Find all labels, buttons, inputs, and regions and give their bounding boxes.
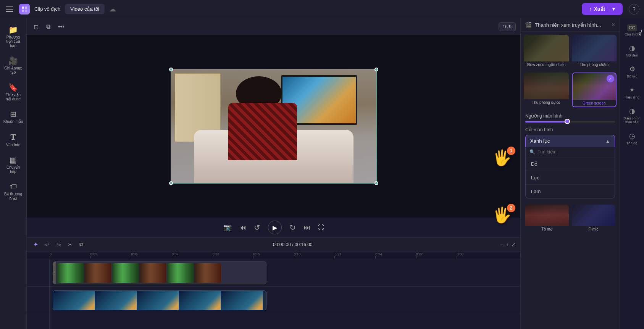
speed-icon: ◷ (629, 132, 635, 140)
slider-thumb[interactable] (565, 119, 570, 124)
play-button[interactable]: ▶ (268, 221, 282, 234)
effect-random-zoom[interactable]: Thu phóng sự cố (524, 73, 569, 107)
topbar-left: Clip vô địch Video của tôi ☁ (5, 4, 582, 15)
far-right-speed[interactable]: ◷ Tốc độ (621, 129, 643, 148)
dropdown-item-luc[interactable]: Lục (526, 171, 615, 185)
crop-button[interactable]: ⊡ (31, 22, 41, 32)
main-layout: 📁 Phương tiện của bạn 🎥 Ghi &amp; tạo 🔖 … (0, 18, 644, 329)
effect-filmic[interactable]: Filmic (572, 205, 615, 232)
active-tab[interactable]: Video của tôi (65, 4, 105, 14)
dropdown-chevron-up: ▲ (605, 139, 610, 144)
far-right-color[interactable]: ◑ Điều chỉnh màu sắc (621, 104, 643, 127)
resize-handle-tl[interactable] (169, 68, 173, 71)
cut-button[interactable]: ✂ (66, 240, 74, 249)
threshold-section: Ngưỡng màn hình Cột màn hình Xanh lục ▲ … (521, 110, 620, 202)
sidebar-item-media[interactable]: 📁 Phương tiện của bạn (2, 23, 25, 51)
resize-handle-bl[interactable] (169, 181, 173, 185)
svg-rect-0 (22, 6, 24, 9)
color-icon: ◑ (629, 107, 635, 115)
sidebar-item-template[interactable]: ⊞ Khuôn mẫu (2, 107, 25, 127)
fullscreen-button[interactable]: ⛶ (318, 224, 324, 231)
copy-button[interactable]: ⧉ (77, 240, 85, 249)
panel-close-button[interactable]: × (612, 21, 615, 28)
resize-handle-tr[interactable] (374, 68, 378, 71)
effect-label-random-zoom: Thu phóng sự cố (524, 99, 569, 106)
ruler-mark-2: 0:06 (131, 252, 172, 258)
dropdown-item-do[interactable]: Đỏ (526, 157, 615, 171)
more-options-button[interactable]: ••• (56, 22, 67, 32)
tomo-label: Tô mờ (525, 226, 569, 232)
magic-tool-button[interactable]: ✦ (31, 240, 40, 249)
timeline-time-display: 00:00.00 / 00:16.00 (273, 242, 312, 247)
zoom-out-button[interactable]: − (500, 242, 504, 248)
panel-header: 🎬 Thanh niên xem truyền hình... × (521, 18, 620, 32)
video-frame (171, 69, 377, 184)
skip-start-button[interactable]: ⏮ (239, 224, 246, 232)
template-icon: ⊞ (10, 110, 16, 118)
track-content: ⋮ (50, 259, 520, 329)
undo-button[interactable]: ↩ (43, 240, 52, 249)
far-right-filter[interactable]: ⚙ Bộ lọc (621, 62, 643, 81)
effect-slow-zoom-random[interactable]: Slow zoom ngẫu nhiên (524, 35, 569, 68)
effects-grid-top: Slow zoom ngẫu nhiên Thu phóng chậm (521, 32, 620, 71)
bottom-effects-grid: Tô mờ Filmic (521, 202, 620, 235)
sidebar-item-record[interactable]: 🎥 Ghi &amp; tạo (2, 54, 25, 77)
svg-rect-2 (22, 10, 24, 12)
app-logo (19, 4, 30, 15)
second-clip-thumb-4 (179, 291, 221, 310)
second-clip-thumb-3 (137, 291, 179, 310)
video-clip-2[interactable] (53, 290, 266, 310)
menu-button[interactable] (5, 5, 15, 13)
filmic-label: Filmic (572, 226, 615, 232)
color-dropdown[interactable]: Xanh lục ▲ (525, 135, 615, 147)
ruler-mark-5: 0:15 (253, 252, 294, 258)
second-clip-thumb-5 (221, 291, 263, 310)
track-row-2 (50, 287, 520, 314)
ruler-mark-10: 0:30 (457, 252, 497, 258)
help-button[interactable]: ? (629, 4, 639, 15)
timeline-tracks: ⋮ (27, 259, 520, 329)
sidebar-item-brand[interactable]: 🏷 Bộ thương hiệu (2, 180, 25, 203)
effect-green-screen[interactable]: ✓ Green screen (572, 73, 617, 107)
timeline-area: ✦ ↩ ↪ ✂ ⧉ 00:00.00 / 00:16.00 − + ⤢ 0 0:… (27, 237, 520, 329)
video-clip-1[interactable]: ⋮ (53, 261, 266, 284)
cc-icon: CC (627, 24, 637, 31)
track-label-2 (27, 287, 49, 314)
effect-slow-pan[interactable]: Thu phóng chậm (572, 35, 617, 68)
effect-tomo[interactable]: Tô mờ (525, 205, 569, 232)
search-input[interactable] (537, 149, 611, 155)
transition-icon: ▦ (10, 156, 17, 164)
rewind-button[interactable]: ↺ (254, 223, 260, 232)
svg-rect-3 (25, 10, 27, 12)
export-button[interactable]: ↑ Xuất ▾ (582, 3, 623, 15)
pip-button[interactable]: ⧉ (44, 22, 53, 32)
ruler-mark-4: 0:12 (213, 252, 253, 258)
aspect-ratio-badge[interactable]: 16:9 (499, 22, 516, 31)
sidebar-item-transition[interactable]: ▦ Chuyển tiếp (2, 153, 25, 177)
sidebar-item-content[interactable]: 🔖 Thư viện nội dung (2, 81, 25, 104)
video-toolbar-right: 16:9 (499, 22, 516, 31)
ruler-mark-8: 0:24 (375, 252, 416, 258)
video-toolbar-left: ⊡ ⧉ ••• (31, 22, 67, 32)
skip-end-button[interactable]: ⏭ (303, 224, 310, 232)
center-area: ⊡ ⧉ ••• 16:9 (27, 18, 520, 329)
effects-grid-second: Thu phóng sự cố ✓ Green screen (521, 69, 620, 110)
effect-label-slow-zoom: Slow zoom ngẫu nhiên (524, 61, 569, 68)
active-effect-badge: ✓ (607, 75, 614, 82)
expand-timeline-button[interactable]: ⤢ (511, 242, 516, 248)
timeline-ruler: 0 0:03 0:06 0:09 0:12 0:15 0:18 0:21 0:2… (27, 252, 520, 259)
sidebar-item-text[interactable]: T Văn bản (2, 130, 25, 150)
forward-button[interactable]: ↺ (289, 223, 296, 232)
slider-fill (525, 121, 566, 123)
redo-button[interactable]: ↪ (55, 240, 63, 249)
resize-handle-br[interactable] (374, 181, 378, 185)
right-panel: 🎬 Thanh niên xem truyền hình... × Slow z… (520, 18, 620, 329)
dropdown-item-lam[interactable]: Lam (526, 185, 615, 198)
far-right-fade[interactable]: ◑ Mờ dần (621, 41, 643, 60)
far-right-effects[interactable]: ✦ Hiệu ứng (621, 83, 643, 102)
clip-handle-left[interactable]: ⋮ (53, 262, 56, 284)
zoom-in-button[interactable]: + (506, 242, 509, 248)
camera-off-button[interactable]: 📷 (223, 223, 232, 232)
search-icon: 🔍 (529, 149, 535, 155)
threshold-slider[interactable] (525, 121, 615, 123)
